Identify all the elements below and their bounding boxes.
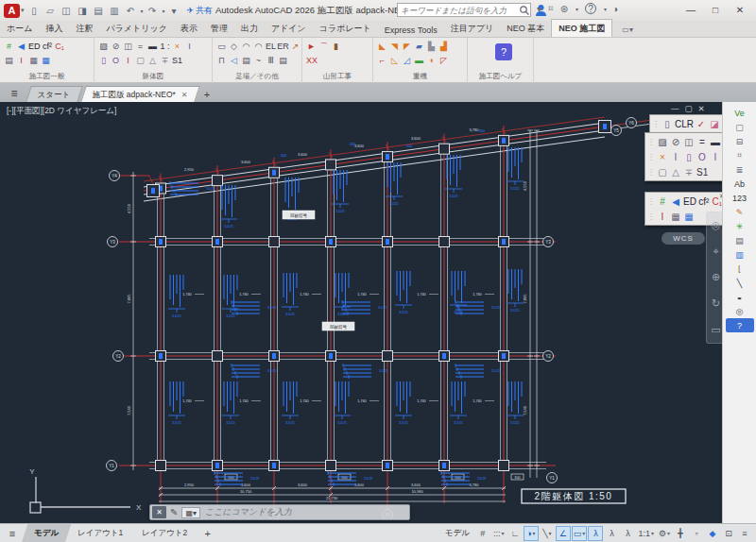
ribbon-tool-icon[interactable]: ED — [27, 41, 42, 53]
palette-tool-icon[interactable]: ∓ — [682, 165, 696, 178]
object-snap-tracking-toggle[interactable]: ∠ — [556, 526, 571, 541]
ribbon-tab-挿入[interactable]: 挿入 — [39, 20, 69, 37]
ribbon-tab-表示[interactable]: 表示 — [174, 20, 204, 37]
palette-tool-icon[interactable]: cf² — [697, 195, 711, 208]
drawing-canvas[interactable]: 4,5507,8657,5404,5507,8657,5402,9503,600… — [0, 102, 756, 523]
palette-grip-icon[interactable]: ⋮ — [647, 212, 655, 221]
palette-tool-icon[interactable]: ▬ — [709, 135, 722, 148]
hash-tool-icon[interactable]: ⌗ — [726, 148, 754, 162]
ribbon-tool-icon[interactable]: ◣ — [376, 41, 388, 53]
compass-tool-icon[interactable]: ◎ — [726, 304, 754, 318]
ribbon-tool-icon[interactable]: Ⅲ — [265, 55, 277, 67]
doc-restore-button[interactable]: ▢ — [685, 104, 693, 113]
palette-tool-icon[interactable]: I — [669, 150, 682, 163]
palette-grip-icon[interactable]: ⋮ — [647, 168, 655, 177]
workspace-switching[interactable]: ⚙▾ — [657, 526, 672, 541]
minimize-button[interactable]: — — [679, 0, 703, 19]
ribbon-panel-button[interactable]: ▭▾ — [622, 25, 633, 37]
model-space-label[interactable]: モデル — [445, 528, 470, 539]
palette-tool-icon[interactable]: CLR — [674, 117, 695, 130]
layout-tab-レイアウト1[interactable]: レイアウト1 — [65, 524, 136, 542]
palette-tool-icon[interactable]: I — [656, 210, 669, 223]
layout-tool-icon[interactable]: ⊟ — [726, 134, 754, 148]
annotation-autoscale-toggle[interactable]: λ — [604, 526, 619, 541]
help-icon[interactable]: ? — [585, 3, 596, 14]
isodraft-toggle-caret[interactable]: ▾ — [549, 530, 552, 536]
close-button[interactable]: ✕ — [728, 0, 752, 19]
redo-icon[interactable]: ↷ — [146, 4, 160, 18]
command-customize-icon[interactable]: ✎ — [170, 507, 178, 517]
command-input-placeholder[interactable]: ここにコマンドを入力 — [205, 506, 292, 518]
command-recent-dropdown[interactable]: ▦▾ — [181, 507, 200, 518]
layers-tool-icon[interactable]: ≣ — [726, 162, 754, 177]
palette-tool-icon[interactable]: ▢ — [656, 165, 669, 178]
grid-display-toggle[interactable]: # — [475, 526, 490, 541]
open-file-icon[interactable]: ▱ — [43, 4, 58, 18]
ribbon-tool-icon[interactable]: ◖ — [425, 55, 438, 67]
layout-tab-モデル[interactable]: モデル — [22, 524, 72, 542]
ribbon-tool-icon[interactable]: ▟ — [438, 41, 450, 53]
command-line-bar[interactable]: ✕ ✎ ▦▾ ここにコマンドを入力 — [149, 504, 410, 520]
circle-tool-icon[interactable]: ◒ — [726, 290, 754, 304]
undo-icon-caret[interactable]: ▾ — [141, 8, 144, 14]
layout-menu-icon[interactable]: ≡ — [0, 528, 25, 539]
app-store-icon[interactable]: ⌗ — [548, 3, 554, 14]
ribbon-tool-icon[interactable]: ▤ — [240, 55, 252, 67]
ribbon-tool-icon[interactable]: ◀ — [15, 41, 27, 53]
ribbon-tool-icon[interactable]: ◇ — [228, 41, 240, 53]
ribbon-tool-icon[interactable]: ▤ — [3, 55, 15, 67]
palette-tool-icon[interactable]: = — [696, 135, 709, 148]
ribbon-tool-icon[interactable]: ▬ — [413, 55, 425, 67]
palette-tool-icon[interactable]: ◪ — [708, 117, 721, 130]
file-tabs-menu-icon[interactable]: ≡ — [0, 87, 28, 102]
qat-more-icon[interactable]: ▾ — [167, 4, 181, 18]
new-drawing-tab-button[interactable]: + — [204, 89, 210, 102]
showmotion-icon[interactable]: ▭ — [711, 324, 720, 336]
palette-tool-icon[interactable]: ▯ — [682, 150, 696, 163]
pencil-tool-icon[interactable]: ✎ — [726, 205, 754, 219]
palette-grip-icon[interactable]: ⋮ — [647, 138, 655, 146]
ribbon-tool-icon[interactable]: S1 — [171, 55, 183, 67]
ribbon-tool-icon[interactable]: ▦ — [27, 55, 40, 67]
graphics-performance[interactable]: ◆ — [705, 526, 720, 541]
ribbon-tool-icon[interactable]: × — [171, 41, 183, 53]
steering-wheel-icon[interactable]: ◎ — [712, 219, 721, 231]
ribbon-tool-icon[interactable]: ▭ — [215, 41, 228, 53]
line-tool-icon[interactable]: ╲ — [726, 276, 754, 290]
maximize-button[interactable]: □ — [703, 0, 728, 19]
command-close-icon[interactable]: ✕ — [152, 506, 166, 518]
object-snap-toggle-caret[interactable]: ▾ — [582, 530, 585, 536]
annotation-scale-select-caret[interactable]: ▾ — [651, 530, 654, 536]
ribbon-tool-icon[interactable]: C₁ — [54, 41, 66, 53]
search-icon[interactable] — [519, 5, 530, 16]
doc-minimize-button[interactable]: — — [671, 104, 679, 113]
help-icon-caret[interactable]: ▾ — [604, 6, 607, 12]
clean-screen[interactable]: ⊡ — [721, 526, 736, 541]
ribbon-tab-出力[interactable]: 出力 — [234, 20, 265, 37]
orbit-icon[interactable]: ↻ — [712, 297, 720, 310]
verify-tool-icon[interactable]: Ve — [726, 106, 754, 120]
ribbon-tool-icon[interactable]: ER — [277, 41, 289, 53]
palette-tool-icon[interactable]: ✓ — [695, 117, 708, 130]
ribbon-tab-注釈[interactable]: 注釈 — [69, 20, 99, 37]
ribbon-tool-icon[interactable]: cf² — [42, 41, 54, 53]
palette-grip-icon[interactable]: ⋮ — [647, 153, 655, 161]
palette-tool-icon[interactable]: × — [656, 150, 669, 163]
number-tool-icon[interactable]: 123 — [726, 191, 754, 205]
bracket-tool-icon[interactable]: ⌊ — [726, 262, 754, 276]
ribbon-tool-icon[interactable]: I — [122, 55, 134, 67]
ortho-mode-toggle[interactable]: ∟ — [507, 526, 523, 541]
ribbon-tool-icon[interactable]: I — [183, 41, 196, 53]
image-tool-icon[interactable]: ▤ — [726, 233, 754, 247]
snap-mode-toggle[interactable]: :::▾ — [491, 526, 507, 541]
ribbon-tool-icon[interactable]: ∓ — [159, 55, 171, 67]
isodraft-toggle[interactable]: ╲▾ — [540, 526, 555, 541]
polar-tracking-toggle[interactable]: ◑▾ — [524, 526, 539, 541]
undo-icon[interactable]: ↶ — [124, 4, 138, 18]
ribbon-tab-NEO-施工図[interactable]: NEO 施工図 — [551, 19, 612, 37]
annotation-scale-select[interactable]: 1:1▾ — [636, 526, 656, 541]
ribbon-tool-icon[interactable]: O — [110, 55, 122, 67]
palette-tool-icon[interactable]: ▦ — [669, 210, 682, 223]
isolate-objects[interactable]: ▫ — [689, 526, 704, 541]
ribbon-tool-icon[interactable]: # — [3, 41, 15, 53]
